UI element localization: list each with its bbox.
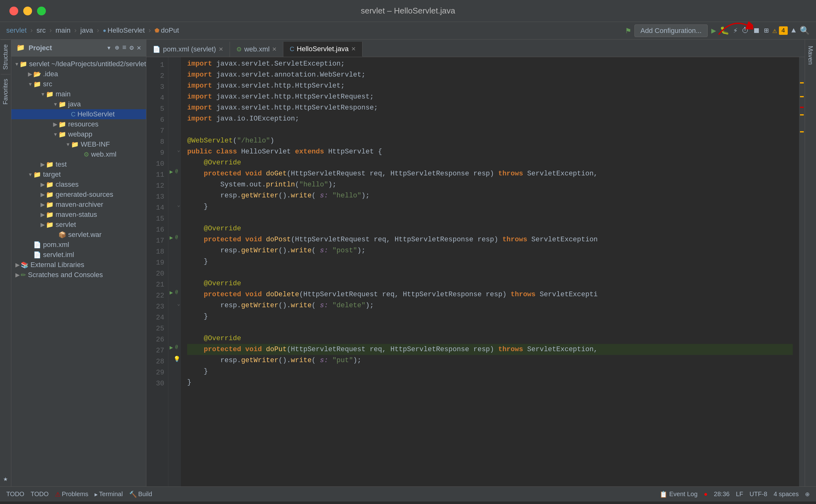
run-icon-line17[interactable]: ▶ <box>169 234 173 241</box>
expand-arrow-ma[interactable]: ▶ <box>40 201 46 208</box>
close-panel-icon[interactable]: ✕ <box>137 44 141 52</box>
collapse-icon[interactable]: ≡ <box>122 44 126 52</box>
favorites-tab[interactable]: Favorites <box>1 74 10 109</box>
layout-button[interactable]: ⊞ <box>764 26 769 35</box>
build-button[interactable]: 🔨 Build <box>129 491 152 498</box>
tree-item-servlet-folder[interactable]: ▶ 📁 servlet <box>11 220 146 230</box>
project-dropdown-icon[interactable]: ▾ <box>107 43 111 52</box>
run-icon-line22[interactable]: ▶ <box>169 289 173 296</box>
stop-button[interactable]: ⏹ <box>753 26 760 35</box>
coverage-button[interactable]: ⚡ <box>733 26 738 35</box>
expand-arrow-gen[interactable]: ▶ <box>40 191 46 198</box>
warning-count[interactable]: ⚠ 4 <box>772 26 787 35</box>
maven-tab[interactable]: Maven <box>806 43 815 68</box>
close-button[interactable] <box>9 7 18 15</box>
event-log-button[interactable]: 📋 Event Log <box>660 491 698 498</box>
tab-helloservlet[interactable]: C HelloServlet.java ✕ <box>283 42 362 57</box>
tree-item-test[interactable]: ▶ 📁 test <box>11 159 146 169</box>
code-editor[interactable]: 12345 678910 1112131415 1617181920 21222… <box>146 57 805 486</box>
expand-arrow-idea[interactable]: ▶ <box>27 71 33 78</box>
expand-arrow-main[interactable]: ▾ <box>40 91 46 98</box>
tree-item-helloservlet[interactable]: C HelloServlet <box>11 109 146 119</box>
problems-button[interactable]: ⚠ Problems <box>55 491 88 498</box>
maximize-button[interactable] <box>37 7 46 15</box>
tab-pom[interactable]: 📄 pom.xml (servlet) ✕ <box>146 42 230 57</box>
add-configuration-button[interactable]: Add Configuration... <box>635 24 707 37</box>
line-separator[interactable]: LF <box>736 491 743 498</box>
breadcrumb-java[interactable]: java <box>80 26 93 35</box>
options-icon[interactable]: ⚙ <box>130 44 134 52</box>
todo-label[interactable]: TODO <box>30 491 48 498</box>
debug-button[interactable]: 🐛 <box>720 26 729 35</box>
expand-arrow-webinf[interactable]: ▾ <box>65 141 71 148</box>
expand-arrow-src[interactable]: ▾ <box>27 81 33 88</box>
tree-item-main[interactable]: ▾ 📁 main <box>11 89 146 99</box>
tab-close-pom[interactable]: ✕ <box>219 46 223 53</box>
tree-item-servlet-root[interactable]: ▾ 📁 servlet ~/IdeaProjects/untitled2/ser… <box>11 59 146 69</box>
expand-arrow-java[interactable]: ▾ <box>52 101 58 108</box>
structure-tab[interactable]: Structure <box>1 40 10 74</box>
locate-icon[interactable]: ⊕ <box>115 44 119 52</box>
tree-item-iml[interactable]: 📄 servlet.iml <box>11 250 146 260</box>
expand-arrow-resources[interactable]: ▶ <box>52 121 58 128</box>
bp-line17[interactable]: @ <box>175 235 178 240</box>
git-icon[interactable]: ⚑ <box>626 26 631 36</box>
todo-button[interactable]: TODO <box>6 491 24 498</box>
expand-arrow-test[interactable]: ▶ <box>40 161 46 168</box>
tree-item-scratches[interactable]: ▶ ✏ Scratches and Consoles <box>11 270 146 280</box>
search-button[interactable]: 🔍 <box>800 26 810 36</box>
breadcrumb-helloservlet[interactable]: ● HelloServlet <box>103 26 144 35</box>
expand-arrow-webapp[interactable]: ▾ <box>52 131 58 138</box>
tab-webxml[interactable]: ⚙ web.xml ✕ <box>230 42 284 57</box>
tree-item-target[interactable]: ▾ 📁 target <box>11 169 146 180</box>
editor-scrollbar[interactable] <box>799 57 805 486</box>
bp-line27[interactable]: @ <box>175 345 178 350</box>
code-content[interactable]: import javax.servlet.ServletException; i… <box>181 57 799 486</box>
fold-line9[interactable]: ⌄ <box>177 147 180 153</box>
expand-arrow-ext[interactable]: ▶ <box>14 261 21 268</box>
tree-item-webapp[interactable]: ▾ 📁 webapp <box>11 129 146 139</box>
tree-item-classes[interactable]: ▶ 📁 classes <box>11 180 146 190</box>
tree-item-webinf[interactable]: ▾ 📁 WEB-INF <box>11 139 146 149</box>
bp-line11[interactable]: @ <box>175 169 178 174</box>
run-icon-line27[interactable]: ▶ <box>169 344 173 351</box>
fold-line14[interactable]: ⌄ <box>177 202 180 208</box>
minimize-button[interactable] <box>23 7 32 15</box>
lightbulb-line28[interactable]: 💡 <box>173 356 180 362</box>
tree-item-idea[interactable]: ▶ 📂 .idea <box>11 69 146 79</box>
tree-item-src[interactable]: ▾ 📁 src <box>11 79 146 89</box>
bp-line22[interactable]: @ <box>175 290 178 295</box>
expand-arrow-ms[interactable]: ▶ <box>40 211 46 218</box>
tab-close-helloservlet[interactable]: ✕ <box>351 46 356 52</box>
breadcrumb-main[interactable]: main <box>56 26 71 35</box>
tree-item-maven-archiver[interactable]: ▶ 📁 maven-archiver <box>11 200 146 210</box>
run-button[interactable]: ▶ <box>711 26 717 36</box>
run-icon-line11[interactable]: ▶ <box>169 168 173 175</box>
git-branch-icon[interactable]: ⊕ <box>805 491 810 498</box>
tree-item-webxml[interactable]: ⚙ web.xml <box>11 149 146 159</box>
expand-arrow-sf[interactable]: ▶ <box>40 221 46 228</box>
tab-close-webxml[interactable]: ✕ <box>272 46 277 53</box>
breadcrumb-doput[interactable]: ⬟ doPut <box>154 26 179 35</box>
star-icon[interactable]: ★ <box>0 471 11 486</box>
tree-item-servlet-war[interactable]: 📦 servlet.war <box>11 230 146 240</box>
tree-item-generated[interactable]: ▶ 📁 generated-sources <box>11 190 146 200</box>
terminal-button[interactable]: ▸ Terminal <box>94 491 123 498</box>
expand-arrow[interactable]: ▾ <box>14 61 19 67</box>
expand-warnings-icon[interactable]: ▲ <box>792 26 796 35</box>
breadcrumb-project[interactable]: servlet <box>6 26 27 35</box>
indent[interactable]: 4 spaces <box>774 491 799 498</box>
scroll-mark-4 <box>800 131 804 132</box>
tree-item-ext-libs[interactable]: ▶ 📚 External Libraries <box>11 260 146 270</box>
breadcrumb-src[interactable]: src <box>36 26 46 35</box>
encoding[interactable]: UTF-8 <box>749 491 767 498</box>
tree-item-resources[interactable]: ▶ 📁 resources <box>11 119 146 129</box>
tree-item-java[interactable]: ▾ 📁 java <box>11 99 146 109</box>
expand-arrow-target[interactable]: ▾ <box>27 171 33 178</box>
profile-button[interactable]: ⏱ <box>742 26 749 35</box>
tree-item-pom[interactable]: 📄 pom.xml <box>11 240 146 250</box>
fold-line23[interactable]: ⌄ <box>177 301 180 307</box>
expand-arrow-classes[interactable]: ▶ <box>40 181 46 188</box>
tree-item-maven-status[interactable]: ▶ 📁 maven-status <box>11 210 146 220</box>
expand-arrow-scratches[interactable]: ▶ <box>14 271 21 278</box>
